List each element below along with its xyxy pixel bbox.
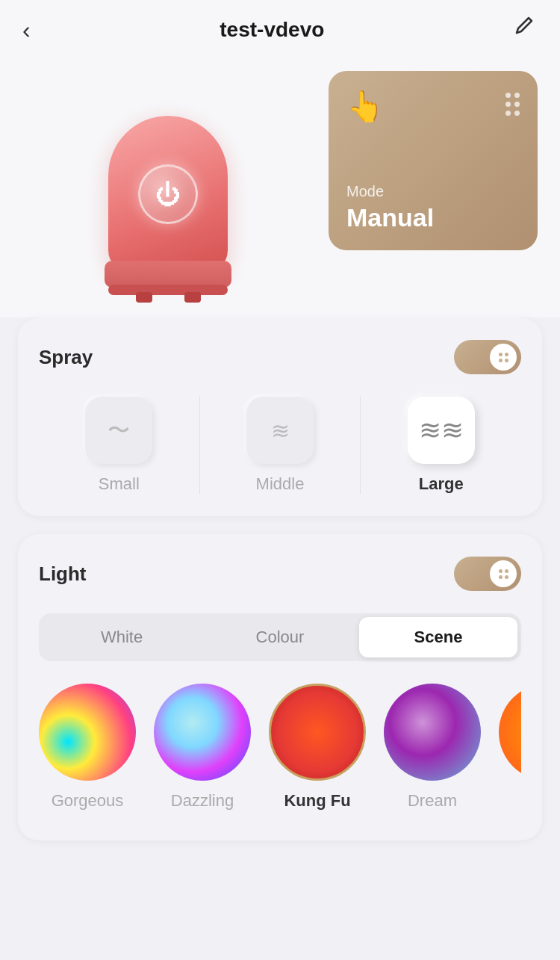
scene-circles: Gorgeous Dazzling Kung Fu Dream More [39, 684, 521, 818]
hand-icon: 👆 [346, 89, 384, 124]
spray-card: Spray 〜 Small [18, 318, 542, 516]
scene-item-dream: Dream [384, 684, 481, 811]
scene-gorgeous-button[interactable] [39, 684, 136, 781]
diffuser-foot-right [184, 292, 201, 303]
page-title: test-vdevo [220, 18, 324, 42]
mode-dot [505, 111, 511, 116]
spray-small-label: Small [99, 474, 140, 494]
diffuser-feet [119, 292, 217, 303]
scene-kungfu-button[interactable] [269, 684, 366, 781]
toggle-dot [499, 575, 503, 579]
toggle-dot [505, 359, 508, 362]
mode-label: Mode [346, 183, 520, 200]
spray-large-button[interactable]: ≋≋ [408, 397, 475, 464]
edit-icon [514, 15, 538, 39]
tab-scene[interactable]: Scene [359, 617, 517, 657]
spray-small-button[interactable]: 〜 [85, 397, 152, 464]
mode-dot [514, 111, 520, 116]
scene-dazzling-label: Dazzling [171, 791, 234, 811]
scene-kungfu-label: Kung Fu [284, 791, 350, 811]
spray-small-icon: 〜 [108, 415, 130, 446]
toggle-grid [499, 569, 508, 579]
toggle-dot [505, 569, 508, 573]
light-card-header: Light [39, 557, 521, 591]
light-title: Light [39, 563, 87, 586]
scene-item-kungfu: Kung Fu [269, 684, 366, 811]
light-toggle[interactable] [454, 557, 521, 591]
toggle-dot [505, 575, 508, 579]
mode-dot [514, 93, 520, 98]
spray-option-middle: ≋ Middle [199, 397, 361, 494]
spray-option-small: 〜 Small [39, 397, 199, 494]
scene-item-dazzling: Dazzling [154, 684, 251, 811]
spray-option-large: ≋≋ Large [360, 397, 521, 494]
bottom-spacer [0, 840, 560, 870]
spray-options: 〜 Small ≋ Middle ≋≋ Large [39, 397, 521, 494]
edit-button[interactable] [514, 15, 538, 44]
scene-gorgeous-label: Gorgeous [52, 791, 124, 811]
spray-toggle[interactable] [454, 340, 521, 374]
scene-dazzling-button[interactable] [154, 684, 251, 781]
mode-dot [514, 102, 520, 107]
light-toggle-knob [490, 560, 517, 587]
toggle-dot [505, 353, 508, 356]
mode-card-top: 👆 [346, 89, 520, 124]
mode-info: Mode Manual [346, 183, 520, 232]
hero-section: ⏻ 👆 Mode Manual [0, 56, 560, 318]
toggle-dot [499, 569, 503, 573]
spray-middle-button[interactable]: ≋ [246, 397, 314, 464]
spray-large-label: Large [419, 474, 464, 494]
mode-dot [505, 93, 511, 98]
spray-middle-label: Middle [256, 474, 305, 494]
spray-toggle-knob [490, 344, 517, 371]
power-button[interactable]: ⏻ [138, 164, 198, 224]
cards-section: Spray 〜 Small [0, 318, 560, 840]
mode-dot [505, 102, 511, 107]
scene-dream-button[interactable] [384, 684, 481, 781]
spray-card-header: Spray [39, 340, 521, 374]
scene-extra-button[interactable] [499, 684, 521, 781]
toggle-dot [499, 359, 503, 362]
toggle-dot [499, 353, 503, 356]
tab-colour[interactable]: Colour [201, 617, 359, 657]
spray-large-icon: ≋≋ [419, 415, 464, 446]
diffuser-illustration: ⏻ [22, 71, 314, 288]
light-tab-bar: White Colour Scene [39, 613, 521, 661]
light-card: Light White Colour Scene [18, 534, 542, 840]
scene-item-gorgeous: Gorgeous [39, 684, 136, 811]
header: ‹ test-vdevo [0, 0, 560, 56]
scene-item-extra: More [499, 684, 521, 811]
toggle-grid [499, 353, 508, 362]
tab-white[interactable]: White [43, 617, 201, 657]
diffuser-base [105, 261, 231, 288]
diffuser-foot-left [136, 292, 152, 303]
back-button[interactable]: ‹ [22, 18, 31, 42]
scene-dream-label: Dream [408, 791, 457, 811]
spray-middle-icon: ≋ [271, 418, 290, 444]
power-icon: ⏻ [155, 182, 181, 207]
spray-title: Spray [39, 346, 93, 369]
diffuser-body: ⏻ [108, 116, 228, 273]
mode-dots [505, 93, 520, 116]
mode-value: Manual [346, 203, 520, 232]
mode-card[interactable]: 👆 Mode Manual [329, 71, 538, 250]
